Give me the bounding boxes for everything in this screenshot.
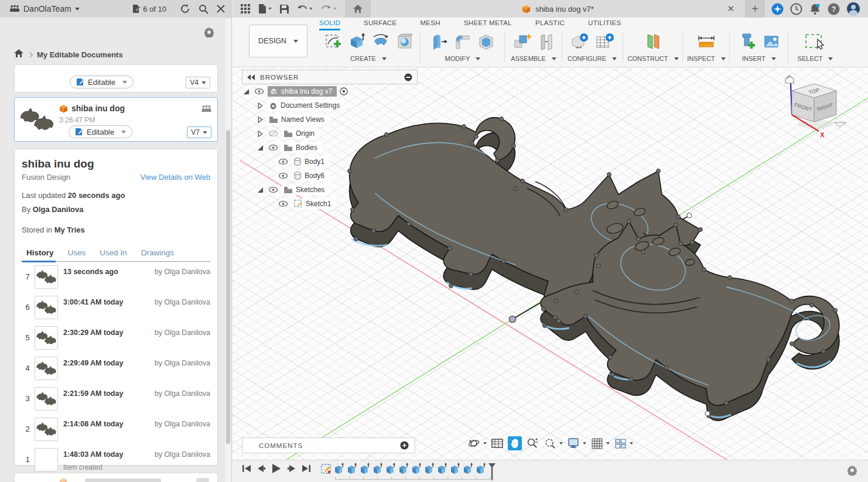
ribbon-tab-plastic[interactable]: PLASTIC bbox=[535, 19, 565, 30]
step-forward-icon[interactable] bbox=[287, 464, 296, 473]
timeline-extrude-feature[interactable] bbox=[359, 463, 370, 475]
ribbon-tab-solid[interactable]: SOLID bbox=[319, 19, 340, 30]
new-tab-button[interactable]: + bbox=[745, 0, 765, 18]
version-dropdown[interactable]: V7 bbox=[187, 127, 211, 138]
activate-component-icon[interactable] bbox=[340, 87, 348, 95]
sketch-point-white[interactable] bbox=[705, 411, 710, 416]
history-row[interactable]: 4 2:29:49 AM today by Olga Danilova bbox=[22, 353, 210, 384]
timeline-extrude-feature[interactable] bbox=[475, 463, 486, 475]
editable-status-pill[interactable]: Editable bbox=[69, 125, 132, 138]
timeline-sketch-feature[interactable] bbox=[320, 463, 332, 475]
orbit-caret-icon[interactable] bbox=[483, 442, 487, 445]
file-menu-icon[interactable] bbox=[258, 4, 272, 13]
user-avatar[interactable] bbox=[847, 2, 860, 15]
viewcube-arrow-icon[interactable] bbox=[834, 122, 846, 127]
save-icon[interactable] bbox=[280, 5, 289, 13]
visibility-off-eye-icon[interactable] bbox=[269, 130, 278, 137]
browser-row-sketches[interactable]: Sketches bbox=[256, 183, 418, 197]
undo-icon[interactable] bbox=[297, 5, 313, 13]
timeline-extrude-feature[interactable] bbox=[436, 463, 447, 475]
document-card-previous[interactable]: Editable V4 bbox=[14, 64, 218, 93]
browser-row-origin[interactable]: Origin bbox=[256, 127, 418, 141]
skip-to-start-icon[interactable] bbox=[242, 464, 251, 473]
select-icon[interactable] bbox=[804, 32, 827, 51]
zoom-icon[interactable] bbox=[525, 436, 539, 450]
timeline-extrude-feature[interactable] bbox=[462, 463, 473, 475]
history-row[interactable]: 6 3:00:41 AM today by Olga Danilova bbox=[22, 292, 210, 323]
close-tab-icon[interactable]: ✕ bbox=[727, 4, 734, 13]
grid-settings-icon[interactable] bbox=[590, 436, 604, 450]
visibility-eye-icon[interactable] bbox=[279, 173, 288, 179]
display-caret-icon[interactable] bbox=[583, 442, 586, 445]
collapse-panel-icon[interactable] bbox=[247, 74, 255, 80]
step-back-icon[interactable] bbox=[257, 464, 266, 473]
breadcrumb-label[interactable]: My Editable Documents bbox=[37, 50, 123, 59]
redo-icon[interactable] bbox=[321, 5, 337, 13]
orbit-icon[interactable] bbox=[467, 436, 481, 450]
fillet-icon[interactable] bbox=[453, 32, 471, 51]
browser-row-document-settings[interactable]: Document Settings bbox=[256, 98, 418, 112]
joint-icon[interactable] bbox=[538, 32, 555, 51]
assemble-menu[interactable]: ASSEMBLE bbox=[505, 55, 562, 62]
visibility-eye-icon[interactable] bbox=[269, 145, 278, 151]
sketch-point-endpoint[interactable] bbox=[687, 213, 692, 218]
refresh-icon[interactable] bbox=[180, 4, 190, 13]
visibility-eye-icon[interactable] bbox=[255, 88, 264, 94]
look-at-icon[interactable] bbox=[490, 436, 504, 450]
history-row[interactable]: 3 2:21:59 AM today by Olga Danilova bbox=[22, 384, 210, 414]
insert-menu[interactable]: INSERT bbox=[730, 55, 788, 62]
job-status-clock-icon[interactable] bbox=[790, 3, 802, 15]
browser-row-body1[interactable]: Body1 bbox=[277, 155, 418, 169]
remove-filter-icon[interactable] bbox=[404, 73, 412, 81]
app-grid-icon[interactable] bbox=[241, 4, 250, 13]
pan-icon[interactable] bbox=[508, 436, 522, 450]
history-row[interactable]: 5 2:30:29 AM today by Olga Danilova bbox=[22, 323, 210, 353]
inspect-menu[interactable]: INSPECT bbox=[684, 55, 729, 62]
workspace-design-dropdown[interactable]: DESIGN bbox=[249, 25, 307, 57]
construct-menu[interactable]: CONSTRUCT bbox=[624, 55, 682, 62]
browser-row-sketch1[interactable]: Sketch1 bbox=[277, 197, 418, 211]
extensions-icon[interactable] bbox=[771, 3, 784, 15]
panel-settings-gear-icon[interactable] bbox=[204, 27, 214, 40]
measure-icon[interactable] bbox=[696, 32, 716, 51]
timeline-extrude-feature[interactable] bbox=[333, 463, 344, 475]
history-row[interactable]: 2 2:14:08 AM today by Olga Danilova bbox=[22, 414, 210, 445]
grid-caret-icon[interactable] bbox=[606, 442, 610, 445]
editable-status-pill[interactable]: Editable bbox=[70, 76, 134, 88]
ribbon-tab-mesh[interactable]: MESH bbox=[420, 19, 440, 30]
ribbon-tab-surface[interactable]: SURFACE bbox=[364, 19, 397, 30]
browser-row-named-views[interactable]: Named Views bbox=[256, 112, 418, 127]
team-switcher[interactable]: DanOlaTeam bbox=[23, 4, 71, 13]
configuration-table-icon[interactable] bbox=[595, 32, 615, 51]
shared-users-icon[interactable] bbox=[201, 105, 211, 115]
press-pull-icon[interactable] bbox=[430, 32, 447, 51]
construct-plane-icon[interactable] bbox=[643, 32, 663, 51]
tab-history[interactable]: History bbox=[26, 248, 54, 257]
play-icon[interactable] bbox=[271, 464, 282, 473]
origin-point[interactable] bbox=[510, 316, 516, 323]
document-card-selected[interactable]: shiba inu dog 3:26:47 PM Editable V7 bbox=[14, 97, 218, 142]
3d-viewport[interactable]: TOP FRONT RIGHT Z X BROWSER shiba inu do… bbox=[233, 67, 868, 460]
extrude-icon[interactable] bbox=[347, 32, 366, 51]
browser-row-bodies[interactable]: Bodies bbox=[256, 141, 418, 155]
visibility-eye-icon[interactable] bbox=[269, 187, 278, 193]
fit-view-icon[interactable] bbox=[543, 436, 557, 450]
shell-icon[interactable] bbox=[477, 32, 495, 51]
create-menu[interactable]: CREATE bbox=[318, 55, 419, 62]
skip-to-end-icon[interactable] bbox=[302, 464, 311, 473]
close-panel-icon[interactable] bbox=[217, 5, 225, 13]
panel-scrollbar-thumb[interactable] bbox=[226, 130, 230, 444]
insert-image-icon[interactable] bbox=[762, 32, 781, 51]
ribbon-tab-utilities[interactable]: UTILITIES bbox=[588, 19, 621, 30]
modify-menu[interactable]: MODIFY bbox=[421, 55, 504, 62]
document-card-next[interactable] bbox=[14, 473, 218, 482]
configure-menu[interactable]: CONFIGURE bbox=[563, 55, 621, 62]
add-comment-icon[interactable] bbox=[400, 441, 409, 450]
fit-caret-icon[interactable] bbox=[559, 442, 563, 445]
tab-uses[interactable]: Uses bbox=[68, 248, 86, 257]
timeline-extrude-feature[interactable] bbox=[346, 463, 357, 475]
tab-used-in[interactable]: Used In bbox=[100, 248, 127, 257]
visibility-eye-icon[interactable] bbox=[279, 201, 288, 207]
insert-fastener-icon[interactable] bbox=[738, 32, 757, 51]
timeline-extrude-feature[interactable] bbox=[385, 463, 396, 475]
